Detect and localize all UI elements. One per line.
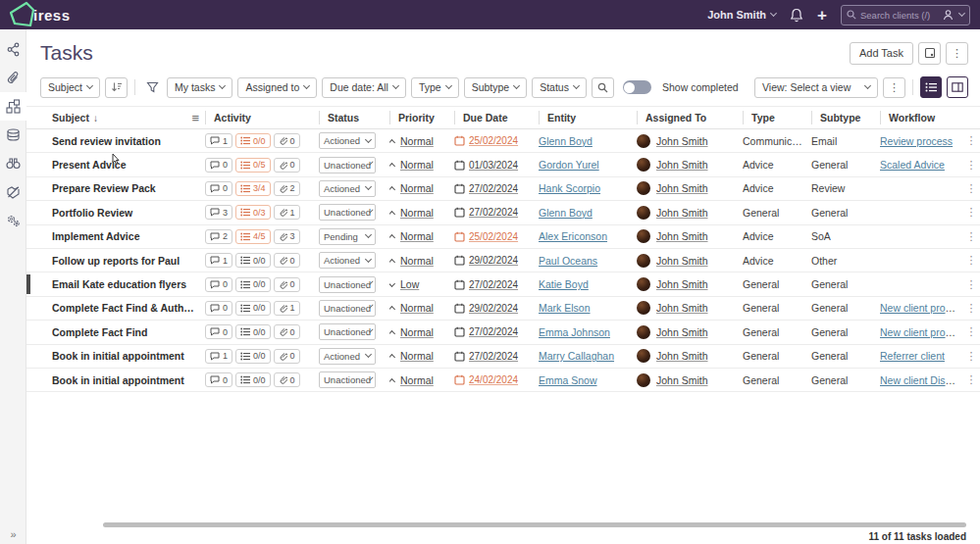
priority-control[interactable]: Normal [389, 255, 454, 267]
sort-button[interactable] [105, 77, 128, 98]
checklist-badge[interactable]: 0/0 [235, 349, 271, 364]
checklist-badge[interactable]: 0/0 [235, 133, 271, 148]
due-date[interactable]: 27/02/2024 [454, 351, 539, 362]
comments-badge[interactable]: 0 [205, 181, 232, 196]
checklist-badge[interactable]: 0/3 [235, 205, 271, 220]
due-date[interactable]: 27/02/2024 [454, 183, 539, 194]
priority-control[interactable]: Normal [389, 350, 454, 362]
show-completed-toggle[interactable] [623, 80, 651, 94]
status-select[interactable]: Unactioned [319, 323, 376, 340]
type-dropdown[interactable]: Type [411, 77, 459, 98]
attachments-badge[interactable]: 3 [274, 229, 300, 244]
assigned-to[interactable]: John Smith [637, 181, 743, 195]
table-row[interactable]: Email Kate education flyers 0 0/0 0 [26, 272, 980, 296]
task-subject[interactable]: Book in initial appointment [52, 374, 205, 386]
row-menu-button[interactable]: ⋮ [962, 302, 980, 315]
attachments-badge[interactable]: 0 [274, 324, 300, 339]
status-select[interactable]: Unactioned [319, 300, 376, 317]
subtype-dropdown[interactable]: Subtype [464, 77, 528, 98]
table-row[interactable]: Complete Fact Find & Authorities 0 0/0 1 [26, 297, 980, 321]
table-row[interactable]: Send review invitation 1 0/0 0 [26, 129, 980, 153]
status-select[interactable]: Unactioned [319, 204, 376, 221]
due-date[interactable]: 27/02/2024 [454, 326, 539, 337]
status-select[interactable]: Actioned [319, 252, 376, 269]
due-date-dropdown[interactable]: Due date: All [322, 77, 406, 98]
attachments-badge[interactable]: 0 [274, 349, 300, 364]
column-header-status[interactable]: Status [319, 111, 389, 124]
entity-link[interactable]: Gordon Yurel [539, 159, 599, 171]
attachments-badge[interactable]: 1 [274, 301, 300, 316]
attachments-badge[interactable]: 1 [274, 205, 300, 220]
task-subject[interactable]: Prepare Review Pack [52, 182, 205, 194]
entity-link[interactable]: Marry Callaghan [539, 350, 614, 362]
checklist-badge[interactable]: 0/0 [235, 253, 271, 268]
comments-badge[interactable]: 0 [205, 324, 232, 339]
horizontal-scrollbar[interactable] [103, 522, 966, 527]
row-menu-button[interactable]: ⋮ [962, 278, 980, 291]
priority-control[interactable]: Normal [389, 159, 454, 171]
entity-link[interactable]: Glenn Boyd [539, 207, 593, 219]
comments-badge[interactable]: 1 [205, 253, 232, 268]
column-header-activity[interactable]: Activity [205, 111, 319, 124]
comments-badge[interactable]: 0 [205, 301, 232, 316]
due-date[interactable]: 29/02/2024 [454, 303, 539, 314]
table-row[interactable]: Book in initial appointment 1 0/0 0 [26, 345, 980, 369]
task-subject[interactable]: Complete Fact Find & Authorities [52, 302, 205, 314]
checklist-badge[interactable]: 0/0 [235, 277, 271, 292]
task-subject[interactable]: Complete Fact Find [52, 326, 205, 338]
task-subject[interactable]: Send review invitation [52, 135, 205, 147]
assigned-to[interactable]: John Smith [637, 373, 743, 387]
entity-link[interactable]: Emma Johnson [539, 326, 610, 338]
comments-badge[interactable]: 0 [205, 158, 232, 173]
due-date[interactable]: 24/02/2024 [454, 374, 539, 385]
assigned-to[interactable]: John Smith [637, 254, 743, 268]
sidebar-item-research[interactable] [0, 149, 26, 177]
sidebar-expand-button[interactable]: » [0, 528, 26, 540]
sidebar-item-accounts[interactable] [0, 121, 26, 149]
search-field-dropdown[interactable]: Subject [40, 77, 100, 98]
entity-link[interactable]: Alex Ericonson [539, 230, 607, 242]
attachments-badge[interactable]: 0 [274, 253, 300, 268]
table-row[interactable]: Book in initial appointment 0 0/0 0 [26, 369, 980, 392]
chevron-down-icon[interactable] [958, 10, 965, 17]
status-select[interactable]: Actioned [319, 132, 376, 149]
row-menu-button[interactable]: ⋮ [962, 254, 980, 267]
comments-badge[interactable]: 1 [205, 133, 232, 148]
status-select[interactable]: Unactioned [319, 276, 376, 293]
entity-link[interactable]: Glenn Boyd [539, 135, 593, 147]
comments-badge[interactable]: 3 [205, 205, 232, 220]
entity-link[interactable]: Katie Boyd [539, 278, 589, 290]
row-menu-button[interactable]: ⋮ [962, 325, 980, 338]
search-input[interactable] [860, 10, 939, 21]
user-menu[interactable]: John Smith [707, 9, 776, 21]
sidebar-item-settings[interactable] [0, 206, 26, 234]
due-date[interactable]: 29/02/2024 [454, 255, 539, 266]
column-header-subject[interactable]: Subject ↓ ≡ [52, 111, 205, 124]
due-date[interactable]: 27/02/2024 [454, 207, 539, 218]
entity-link[interactable]: Emma Snow [539, 374, 597, 386]
task-subject[interactable]: Implement Advice [52, 230, 205, 242]
search-tasks-button[interactable] [592, 77, 614, 98]
row-menu-button[interactable]: ⋮ [962, 182, 980, 195]
priority-control[interactable]: Low [389, 278, 454, 290]
comments-badge[interactable]: 2 [205, 229, 232, 244]
row-menu-button[interactable]: ⋮ [962, 373, 980, 386]
task-subject[interactable]: Book in initial appointment [52, 350, 205, 362]
filter-funnel-button[interactable] [142, 77, 162, 98]
priority-control[interactable]: Normal [389, 182, 454, 194]
page-menu-button[interactable]: ⋮ [946, 42, 968, 65]
save-view-button[interactable] [918, 42, 941, 65]
row-menu-button[interactable]: ⋮ [962, 206, 980, 219]
column-header-due-date[interactable]: Due Date [454, 111, 539, 124]
table-row[interactable]: Complete Fact Find 0 0/0 0 [26, 321, 980, 344]
client-search[interactable] [841, 5, 970, 25]
row-menu-button[interactable]: ⋮ [962, 159, 980, 172]
column-header-type[interactable]: Type [743, 111, 811, 124]
table-row[interactable]: Follow up reports for Paul 1 0/0 0 [26, 249, 980, 272]
task-subject[interactable]: Follow up reports for Paul [52, 255, 205, 267]
notifications-button[interactable] [790, 8, 803, 23]
row-menu-button[interactable]: ⋮ [962, 230, 980, 243]
checklist-badge[interactable]: 0/0 [235, 301, 271, 316]
assigned-to[interactable]: John Smith [637, 325, 743, 339]
assigned-to[interactable]: John Smith [637, 349, 743, 363]
